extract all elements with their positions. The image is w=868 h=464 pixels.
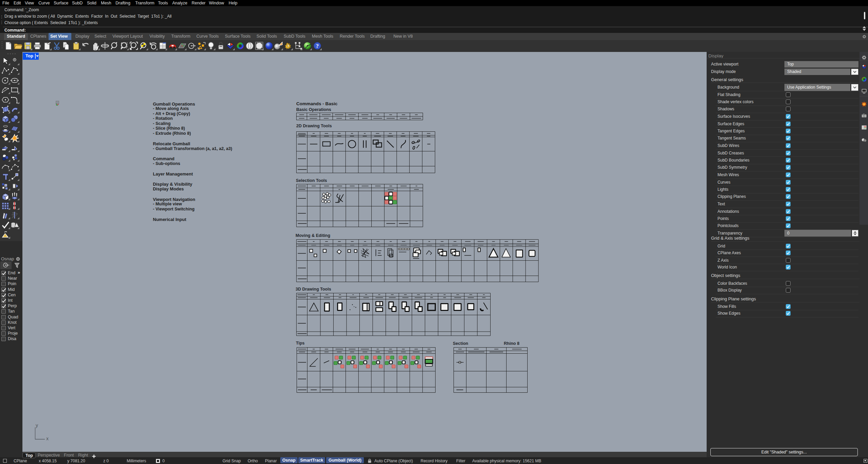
svg-text:y: y [36,423,38,428]
svg-text:?: ? [316,43,319,49]
svg-text:x: x [46,436,49,441]
